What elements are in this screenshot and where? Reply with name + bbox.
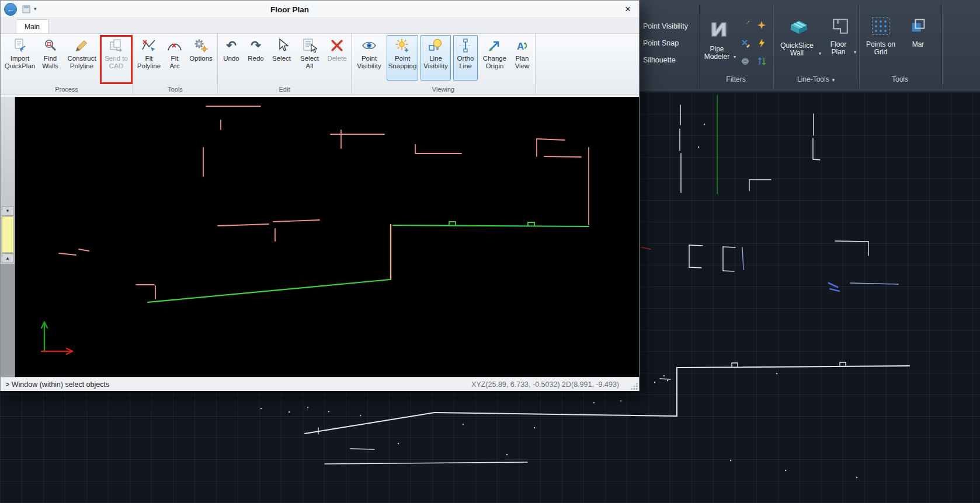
group-label-edit: Edit: [220, 84, 349, 94]
close-button[interactable]: ×: [620, 2, 635, 16]
dropdown-caret-icon: ▾: [854, 48, 856, 56]
undo-button[interactable]: ↶ Undo: [220, 35, 242, 81]
group-label-tools: Tools: [135, 84, 215, 94]
fit-arc-icon: [167, 37, 182, 54]
find-walls-button[interactable]: Find Walls: [39, 35, 61, 81]
layered-squares-icon: [909, 16, 927, 39]
button-label: Select All: [297, 55, 322, 70]
group-label-line-tools[interactable]: Line-Tools ▼: [777, 75, 856, 84]
options-button[interactable]: Options: [187, 35, 215, 81]
group-label-fitters: Fitters: [702, 75, 770, 83]
select-all-button[interactable]: Select All: [296, 35, 323, 81]
floor-plan-icon: [831, 16, 850, 39]
button-label: Options: [189, 55, 213, 62]
status-coordinates: XYZ(25.89, 6.733, -0.5032) 2D(8.991, -9.…: [471, 380, 619, 389]
button-label: Line Visibility: [421, 55, 450, 70]
toggle-point-snap[interactable]: Point Snap: [641, 36, 699, 51]
bulb-icon: [428, 37, 443, 54]
button-label: Find Walls: [40, 55, 61, 70]
button-label: Delete: [327, 55, 346, 62]
fit-arc-button[interactable]: Fit Arc: [165, 35, 185, 81]
group-tools: Fit Polyline Fit Arc Options Tools: [133, 34, 218, 94]
partial-right-button[interactable]: Mar: [902, 14, 934, 72]
tab-main[interactable]: Main: [16, 19, 48, 33]
group-viewing: Point Visibility Point Snapping Line Vis…: [352, 34, 536, 94]
fitters-mini-toolbar: [737, 16, 769, 70]
redo-button[interactable]: ↷ Redo: [245, 35, 267, 81]
select-button[interactable]: Select: [269, 35, 294, 81]
redo-icon: ↷: [251, 37, 261, 54]
dialog-title: Floor Plan: [1, 1, 579, 18]
floor-plan-drawing: [15, 97, 639, 377]
group-label-tools: Tools: [863, 75, 937, 83]
ribbon-separator: [773, 4, 773, 88]
sun-snap-icon: [395, 37, 410, 54]
construct-polyline-icon: [74, 37, 89, 54]
delete-button[interactable]: Delete: [325, 35, 349, 81]
undo-icon: ↶: [226, 37, 237, 54]
group-label-viewing: Viewing: [354, 84, 533, 94]
annotation-highlight-box: [100, 35, 133, 84]
line-visibility-button[interactable]: Line Visibility: [421, 35, 451, 81]
fit-polyline-button[interactable]: Fit Polyline: [135, 35, 162, 81]
pipe-modeler-button[interactable]: Pipe Modeler▾: [702, 14, 736, 72]
point-visibility-button[interactable]: Point Visibility: [354, 35, 384, 81]
dropdown-caret-icon: ▾: [819, 50, 821, 57]
construct-polyline-button[interactable]: Construct Polyline: [64, 35, 100, 81]
palette-strip-top: [1, 97, 15, 205]
lightning-icon[interactable]: [753, 34, 769, 52]
button-label: Plan View: [512, 55, 532, 70]
sphere-icon[interactable]: [737, 53, 753, 70]
resize-grip[interactable]: [630, 382, 638, 390]
dialog-ribbon: Import QuickPlan Find Walls Construct Po…: [1, 34, 639, 95]
floor-plan-canvas[interactable]: [15, 97, 639, 377]
dialog-titlebar: ← ▾ Floor Plan ×: [1, 1, 639, 18]
toggle-label: Point Visibility: [643, 22, 688, 30]
import-quickplan-button[interactable]: Import QuickPlan: [3, 35, 37, 81]
points-on-grid-button[interactable]: Points on Grid: [863, 14, 898, 72]
svg-text:A: A: [517, 41, 524, 52]
dialog-statusbar: > Window (within) select objects XYZ(25.…: [1, 377, 639, 391]
gear-icon: [193, 37, 208, 54]
button-label: Fit Polyline: [136, 55, 162, 70]
floor-plan-button[interactable]: Floor Plan▾: [825, 14, 856, 72]
change-origin-button[interactable]: Change Origin: [480, 35, 509, 81]
import-quickplan-icon: [12, 37, 27, 54]
scroll-up-button[interactable]: ▲: [2, 253, 13, 263]
toggle-label: Point Snap: [643, 39, 679, 47]
quickslice-wall-button[interactable]: QuickSlice Wall▾: [777, 14, 821, 72]
bomb-icon[interactable]: [737, 16, 753, 34]
change-origin-icon: [487, 37, 502, 54]
ribbon-separator: [699, 4, 700, 88]
plan-view-button[interactable]: A Plan View: [512, 35, 533, 81]
points-on-grid-icon: [871, 16, 891, 39]
ribbon-separator: [941, 4, 942, 88]
cursor-icon: [274, 37, 289, 54]
sort-arrows-icon[interactable]: [753, 53, 769, 70]
button-label: Point Snapping: [387, 55, 418, 70]
select-all-icon: [302, 37, 317, 54]
toggle-silhouette[interactable]: Silhouette: [641, 53, 699, 68]
floor-plan-dialog: ← ▾ Floor Plan × Main Import QuickPlan: [0, 0, 640, 391]
erase-fit-icon[interactable]: [737, 34, 753, 52]
tab-strip: Main: [1, 18, 639, 34]
pipe-modeler-icon: [707, 16, 731, 43]
scroll-down-button[interactable]: ▼: [2, 206, 13, 216]
palette-highlight[interactable]: [2, 216, 13, 253]
button-label: Change Origin: [481, 55, 509, 70]
point-snapping-button[interactable]: Point Snapping: [387, 35, 418, 81]
button-label: Ortho Line: [454, 55, 477, 70]
button-label: Fit Arc: [165, 55, 184, 70]
button-label: Construct Polyline: [64, 55, 99, 70]
button-label: Point Visibility: [355, 55, 384, 70]
delete-x-icon: [329, 37, 345, 54]
group-edit: ↶ Undo ↷ Redo Select Selec: [218, 34, 352, 94]
ortho-line-button[interactable]: Ortho Line: [453, 35, 478, 81]
spark-icon[interactable]: [753, 16, 769, 34]
toggle-point-visibility[interactable]: Point Visibility: [641, 19, 699, 34]
plan-view-icon: A: [515, 37, 530, 54]
quickslice-wall-icon: [788, 16, 809, 40]
side-palette-strip: ▼ ▲: [1, 97, 15, 377]
fit-polyline-icon: [141, 37, 157, 54]
status-prompt: > Window (within) select objects: [5, 380, 109, 389]
